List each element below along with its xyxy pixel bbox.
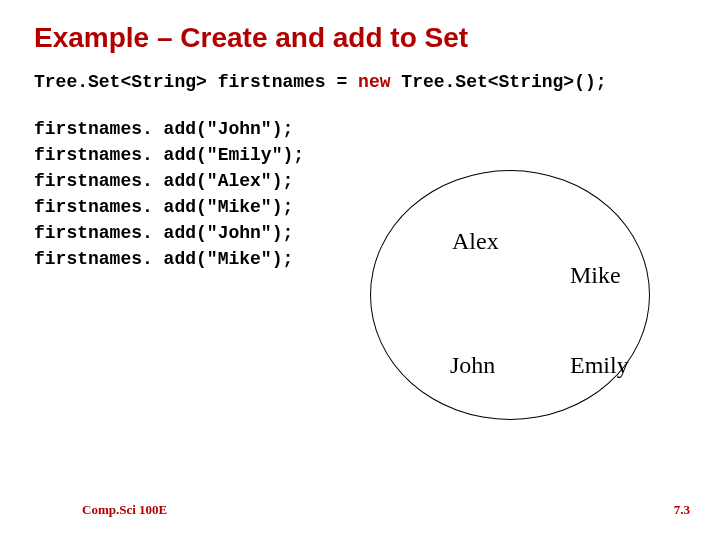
decl-type-right: Tree.Set<String>(); (401, 72, 606, 92)
set-ellipse (370, 170, 650, 420)
decl-var: firstnames (218, 72, 326, 92)
code-declaration: Tree.Set<String> firstnames = new Tree.S… (34, 72, 690, 92)
footer-page: 7.3 (674, 502, 690, 518)
footer-course: Comp.Sci 100E (82, 502, 167, 518)
code-line: firstnames. add("Emily"); (34, 142, 690, 168)
set-member-emily: Emily (570, 352, 629, 379)
keyword-new: new (358, 72, 390, 92)
code-line: firstnames. add("John"); (34, 116, 690, 142)
slide-title: Example – Create and add to Set (34, 22, 690, 54)
set-member-john: John (450, 352, 495, 379)
set-member-alex: Alex (452, 228, 499, 255)
decl-eq: = (336, 72, 347, 92)
slide: Example – Create and add to Set Tree.Set… (0, 0, 720, 540)
decl-type-left: Tree.Set<String> (34, 72, 207, 92)
set-member-mike: Mike (570, 262, 621, 289)
set-diagram: Alex Mike John Emily (360, 170, 660, 430)
